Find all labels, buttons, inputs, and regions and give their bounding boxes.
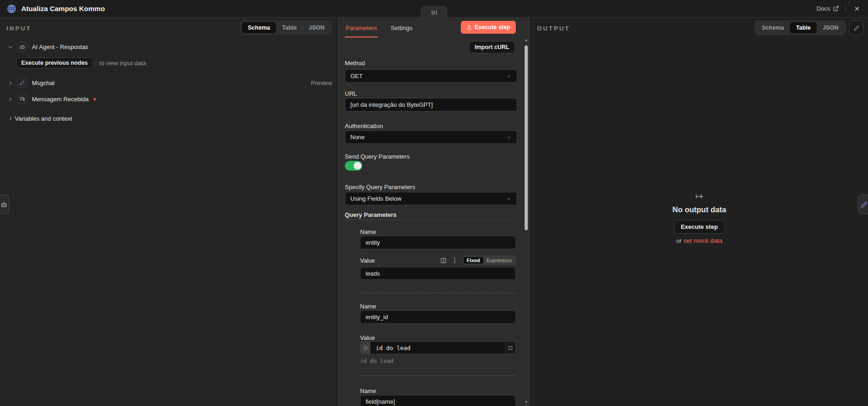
fx-icon: fx — [361, 342, 371, 354]
chevron-right-icon[interactable] — [6, 97, 15, 102]
set-mock-data-link[interactable]: set mock data — [684, 237, 722, 244]
param-name-label: Name — [360, 228, 376, 235]
input-tab-schema[interactable]: Schema — [242, 22, 276, 33]
specify-query-select[interactable]: Using Fields Below — [345, 192, 517, 205]
output-execute-step-button[interactable]: Execute step — [674, 220, 725, 234]
chevron-right-icon[interactable] — [6, 116, 15, 121]
scrollbar-thumb[interactable] — [525, 45, 528, 230]
external-link-icon — [833, 6, 839, 12]
close-icon[interactable]: ✕ — [852, 4, 862, 13]
send-query-toggle[interactable] — [345, 161, 362, 171]
docs-label: Docs — [817, 5, 831, 12]
specify-query-value: Using Fields Below — [350, 195, 402, 202]
no-output-empty-state: ↦ No output data Execute step or set moc… — [531, 191, 868, 244]
pencil-icon — [17, 78, 27, 88]
authentication-label: Authentication — [345, 123, 383, 129]
param-value-value: leads — [366, 270, 380, 277]
input-tab-json[interactable]: JSON — [303, 22, 330, 33]
docs-link[interactable]: Docs — [817, 5, 839, 12]
editor-tabs: Parameters Settings — [337, 18, 412, 37]
method-value: GET — [350, 73, 363, 80]
execute-step-label: Execute step — [475, 24, 510, 31]
flask-icon — [466, 25, 472, 31]
input-display-mode-tabs: Schema Table JSON — [240, 20, 332, 35]
panel-drag-handle[interactable] — [421, 6, 447, 18]
param-value-input[interactable]: leads — [360, 267, 516, 280]
input-node-edge-tab[interactable] — [0, 195, 9, 214]
node-detail-view: Atualiza Campos Kommo Docs ✕ INPUT Schem… — [0, 0, 868, 406]
param-name-input[interactable]: entity_id — [360, 310, 516, 324]
pencil-icon — [854, 25, 860, 31]
execute-step-button[interactable]: Execute step — [461, 21, 516, 34]
url-label: URL — [345, 90, 357, 97]
maps-to-icon: ↦ — [696, 191, 703, 201]
send-query-label: Send Query Parameters — [345, 153, 410, 160]
import-curl-button[interactable]: Import cURL — [469, 41, 515, 53]
globe-icon — [6, 4, 17, 14]
tree-node-variables[interactable]: Variables and context — [0, 113, 72, 123]
expression-value[interactable]: id do lead — [371, 342, 505, 354]
tab-settings[interactable]: Settings — [391, 18, 412, 37]
query-parameters-label: Query Parameters — [345, 211, 397, 218]
param-name-label: Name — [360, 388, 376, 394]
chevron-down-icon[interactable] — [6, 44, 15, 49]
robot-icon — [0, 201, 7, 208]
open-expression-editor-icon[interactable] — [505, 342, 515, 354]
robot-icon — [17, 42, 27, 52]
tree-node-label: Msgchat — [32, 80, 55, 86]
output-panel: OUTPUT Schema Table JSON ↦ No output dat… — [531, 18, 868, 406]
tree-node-ai-agent[interactable]: AI Agent - Respostas — [0, 42, 88, 52]
tree-node-label: Mensagem Recebida — [32, 96, 89, 103]
chat-bubbles-icon — [17, 94, 27, 104]
preview-button[interactable]: Preview — [311, 80, 332, 86]
execute-previous-row: Execute previous nodes to view input dat… — [0, 58, 146, 68]
edit-output-button[interactable] — [850, 20, 863, 35]
param-name-input[interactable]: field[name] — [360, 395, 516, 406]
or-text: or — [676, 237, 684, 244]
tree-node-label: AI Agent - Respostas — [32, 43, 88, 50]
param-value-label: Value — [360, 334, 375, 341]
output-tab-table[interactable]: Table — [790, 22, 817, 33]
specify-query-label: Specify Query Parameters — [345, 184, 415, 191]
param-name-input[interactable]: entity — [360, 236, 516, 249]
authentication-select[interactable]: None — [345, 130, 517, 144]
tree-node-msgchat[interactable]: Msgchat Preview — [0, 78, 337, 88]
editor-panel: Parameters Settings Execute step Import … — [337, 18, 531, 406]
kebab-menu-icon[interactable]: ⋮ — [452, 257, 458, 264]
output-tab-json[interactable]: JSON — [817, 22, 844, 33]
expression-option[interactable]: Expression — [483, 257, 515, 264]
tab-parameters[interactable]: Parameters — [346, 18, 377, 37]
param-value-expression-input[interactable]: fx id do lead — [360, 341, 516, 354]
node-title: Atualiza Campos Kommo — [21, 5, 105, 12]
method-select[interactable]: GET — [345, 69, 517, 83]
pencil-icon — [861, 201, 868, 208]
execute-hint-text: to view input data — [99, 60, 146, 67]
input-panel: INPUT Schema Table JSON AI Agent - Respo… — [0, 18, 337, 406]
input-tab-table[interactable]: Table — [276, 22, 303, 33]
tree-node-mensagem-recebida[interactable]: Mensagem Recebida — [0, 94, 98, 104]
chevron-down-icon — [506, 74, 512, 79]
output-tab-schema[interactable]: Schema — [756, 22, 790, 33]
scroll-down-icon[interactable]: ▼ — [523, 400, 529, 404]
editor-scrollbar[interactable]: ▲ ▼ — [523, 38, 529, 404]
chevron-down-icon — [506, 196, 512, 202]
chevron-down-icon — [506, 135, 512, 140]
chevron-right-icon[interactable] — [6, 80, 15, 86]
tree-node-label: Variables and context — [15, 115, 72, 122]
columns-icon[interactable] — [440, 257, 447, 264]
no-output-title: No output data — [672, 205, 726, 214]
scroll-up-icon[interactable]: ▲ — [523, 38, 529, 42]
titlebar-divider — [845, 5, 846, 12]
param-divider — [360, 375, 516, 376]
input-panel-title: INPUT — [6, 25, 31, 32]
fixed-expression-toggle: Fixed Expression — [463, 256, 516, 265]
method-label: Method — [345, 60, 365, 67]
execute-previous-nodes-button[interactable]: Execute previous nodes — [16, 57, 93, 68]
param-name-value: field[name] — [366, 398, 395, 405]
output-panel-title: OUTPUT — [537, 25, 570, 32]
url-input[interactable]: [url da integração do ByteGPT] — [345, 98, 517, 111]
fixed-option[interactable]: Fixed — [464, 257, 483, 264]
output-edit-edge-tab[interactable] — [858, 195, 868, 214]
expression-preview: id do lead — [360, 358, 393, 364]
param-name-value: entity — [366, 239, 380, 246]
